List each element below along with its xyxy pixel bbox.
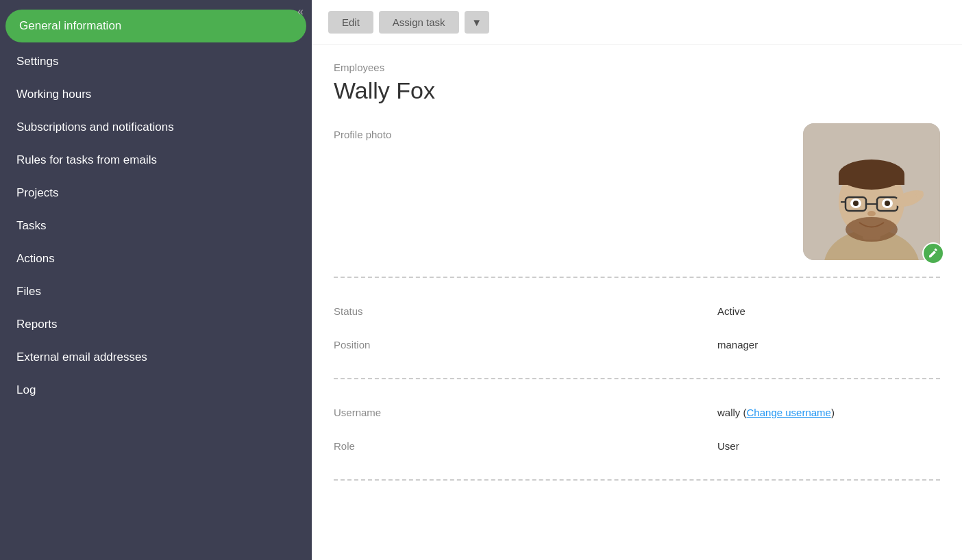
sidebar: « General informationSettingsWorking hou…: [0, 0, 312, 560]
role-label: Role: [334, 440, 717, 452]
role-row: Role User: [334, 429, 940, 463]
profile-photo-label: Profile photo: [334, 123, 803, 140]
change-username-link[interactable]: Change username: [747, 407, 831, 418]
svg-rect-5: [839, 175, 904, 185]
svg-point-15: [867, 211, 876, 216]
username-close: ): [831, 407, 835, 418]
status-position-section: Status Active Position manager: [334, 294, 940, 379]
sidebar-item-subscriptions-notifications[interactable]: Subscriptions and notifications: [0, 111, 312, 144]
avatar-svg: [803, 123, 940, 260]
svg-point-14: [885, 201, 890, 206]
assign-task-button[interactable]: Assign task: [379, 11, 459, 34]
sidebar-item-tasks[interactable]: Tasks: [0, 209, 312, 242]
username-row: Username wally (Change username): [334, 396, 940, 429]
field-value: manager: [717, 339, 758, 351]
sidebar-item-general-information[interactable]: General information: [5, 10, 306, 42]
field-label: Status: [334, 305, 717, 317]
main-content: Edit Assign task ▼ Employees Wally Fox P…: [312, 0, 962, 560]
sidebar-item-reports[interactable]: Reports: [0, 308, 312, 341]
sidebar-item-files[interactable]: Files: [0, 275, 312, 308]
role-value: User: [717, 440, 739, 452]
username-text: wally (: [717, 407, 747, 418]
page-title: Wally Fox: [334, 77, 940, 104]
edit-photo-button[interactable]: [922, 242, 944, 264]
svg-point-16: [846, 217, 898, 242]
field-row-status: Status Active: [334, 294, 940, 328]
profile-photo-section: Profile photo: [334, 123, 940, 278]
sidebar-item-actions[interactable]: Actions: [0, 242, 312, 275]
content-area: Employees Wally Fox Profile photo: [312, 45, 962, 513]
field-label: Position: [334, 339, 717, 351]
username-role-section: Username wally (Change username) Role Us…: [334, 396, 940, 481]
toolbar: Edit Assign task ▼: [312, 0, 962, 45]
breadcrumb: Employees: [334, 62, 940, 73]
field-value: Active: [717, 305, 745, 317]
sidebar-item-settings[interactable]: Settings: [0, 45, 312, 78]
profile-photo-container: [803, 123, 940, 260]
sidebar-item-log[interactable]: Log: [0, 374, 312, 407]
svg-point-13: [853, 201, 859, 206]
profile-photo-box: [803, 123, 940, 260]
dropdown-button[interactable]: ▼: [465, 11, 489, 34]
sidebar-item-working-hours[interactable]: Working hours: [0, 78, 312, 111]
sidebar-item-projects[interactable]: Projects: [0, 177, 312, 209]
edit-button[interactable]: Edit: [328, 11, 373, 34]
sidebar-item-external-email-addresses[interactable]: External email addresses: [0, 341, 312, 374]
field-row-position: Position manager: [334, 328, 940, 361]
sidebar-item-rules-tasks-emails[interactable]: Rules for tasks from emails: [0, 144, 312, 177]
username-label: Username: [334, 407, 717, 418]
collapse-icon[interactable]: «: [297, 5, 304, 18]
username-value: wally (Change username): [717, 407, 835, 418]
